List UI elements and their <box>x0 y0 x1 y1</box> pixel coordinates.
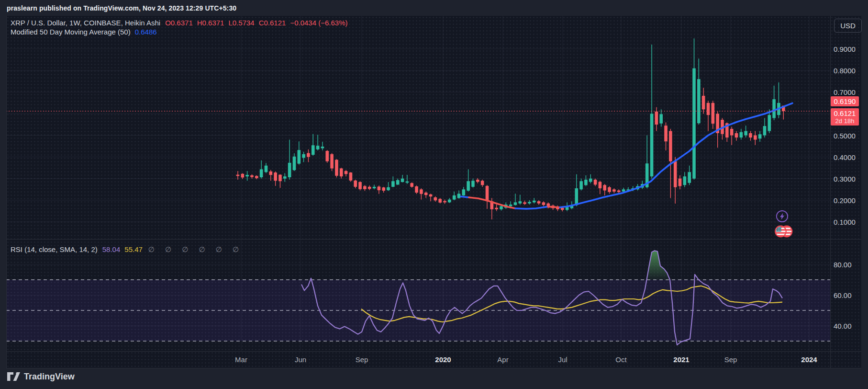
time-axis-label: 2020 <box>435 355 451 364</box>
ma-indicator-value: 0.6486 <box>135 28 157 36</box>
symbol-legend-row: XRP / U.S. Dollar, 1W, COINBASE, Heikin … <box>11 18 347 27</box>
price-axis-label: 0.8000 <box>834 67 856 75</box>
ohlc-item: H0.6371 <box>197 19 224 27</box>
ma-price-badge-value: 0.6190 <box>834 97 856 105</box>
change-value: −0.0434 (−6.63%) <box>290 19 347 27</box>
rsi-axis-label: 40.00 <box>834 322 852 330</box>
published-header-bar: praslearn published on TradingView.com, … <box>0 0 868 16</box>
bar-countdown: 2d 18h <box>831 118 859 125</box>
price-axis-label: 0.9000 <box>834 45 856 53</box>
rsi-legend-row: RSI (14, close, SMA, 14, 2)58.0455.47∅ ∅… <box>11 245 243 254</box>
lightning-icon <box>776 210 789 223</box>
time-axis-label: Sep <box>724 355 737 364</box>
main-chart-legend: XRP / U.S. Dollar, 1W, COINBASE, Heikin … <box>11 18 347 36</box>
symbol-title: XRP / U.S. Dollar, 1W, COINBASE, Heikin … <box>11 19 160 27</box>
ma-price-badge: 0.6190 <box>831 96 859 106</box>
price-axis-label: 0.4000 <box>834 153 856 161</box>
usd-flag-coins-icon <box>773 224 794 239</box>
ohlc-item: L0.5734 <box>228 19 254 27</box>
ohlc-item: O0.6371 <box>165 19 193 27</box>
rsi-empty-slots: ∅ ∅ ∅ ∅ ∅ ∅ <box>148 245 243 253</box>
price-axis-label: 0.7000 <box>834 88 856 96</box>
rsi-axis-label: 80.00 <box>834 261 852 269</box>
time-axis-label: 2021 <box>673 355 689 364</box>
price-axis-label: 0.2000 <box>834 196 856 205</box>
price-axis-label: 0.5000 <box>834 132 856 140</box>
tradingview-logo-icon[interactable] <box>7 372 20 381</box>
time-axis-label: Apr <box>497 355 508 364</box>
time-axis-label: 2024 <box>801 355 817 364</box>
footer-bar: TradingView <box>7 369 75 384</box>
time-axis-label: Mar <box>235 355 247 364</box>
tradingview-published-chart: praslearn published on TradingView.com, … <box>0 0 868 389</box>
time-axis-label: Sep <box>356 355 368 364</box>
rsi-indicator-label: RSI (14, close, SMA, 14, 2) <box>11 245 98 253</box>
ma-legend-row: Modified 50 Day Moving Average (50)0.648… <box>11 27 347 36</box>
current-price-value: 0.6121 <box>831 109 859 118</box>
time-axis-label: Jul <box>558 355 567 364</box>
ma-indicator-label: Modified 50 Day Moving Average (50) <box>11 28 131 36</box>
price-axis-label: 0.1000 <box>834 218 856 226</box>
ohlc-values: O0.6371H0.6371L0.5734C0.6121 <box>165 19 290 27</box>
tradingview-wordmark[interactable]: TradingView <box>24 372 75 382</box>
currency-toggle-button[interactable]: USD <box>834 19 862 33</box>
rsi-axis-label: 60.00 <box>834 291 852 299</box>
ohlc-item: C0.6121 <box>259 19 286 27</box>
rsi-sma-value: 55.47 <box>124 245 143 253</box>
rsi-value: 58.04 <box>102 245 121 253</box>
current-price-badge: 0.6121 2d 18h <box>831 108 859 126</box>
price-axis-label: 0.3000 <box>834 175 856 183</box>
chart-pane-background <box>6 16 861 368</box>
published-attribution-text: praslearn published on TradingView.com, … <box>7 4 236 12</box>
time-axis-label: Jun <box>295 355 306 364</box>
time-axis-label: Oct <box>615 355 626 364</box>
